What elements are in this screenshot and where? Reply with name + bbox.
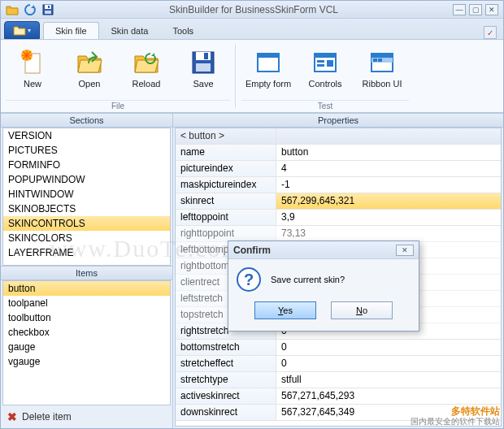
new-file-icon xyxy=(19,49,46,76)
sections-header: Sections xyxy=(1,113,172,128)
help-button[interactable]: ✓ xyxy=(484,26,497,39)
app-menu-button[interactable]: ▾ xyxy=(4,21,40,39)
sections-item[interactable]: VERSION xyxy=(3,128,170,143)
property-value[interactable]: 567,327,645,349 xyxy=(276,405,501,420)
items-header: Items xyxy=(1,266,172,280)
properties-header: Properties xyxy=(173,113,503,128)
open-button[interactable]: Open xyxy=(63,45,116,97)
property-row[interactable]: pictureindex4 xyxy=(176,161,501,177)
property-name: lefttoppoint xyxy=(176,210,276,225)
svg-rect-20 xyxy=(373,58,377,62)
folder-open-icon xyxy=(76,49,103,76)
ribbon-tabs: ▾ Skin file Skin data Tools ✓ xyxy=(1,19,503,40)
property-name: stretcheffect xyxy=(176,356,276,371)
ribbon-group-test: Empty form Controls Ribbon UI Test xyxy=(237,40,414,112)
items-list[interactable]: buttontoolpaneltoolbuttoncheckboxgaugevg… xyxy=(2,280,171,405)
svg-rect-3 xyxy=(45,11,51,14)
sections-item[interactable]: SKINCONTROLS xyxy=(3,216,170,231)
items-item[interactable]: toolpanel xyxy=(3,296,170,310)
property-row[interactable]: downskinrect567,327,645,349 xyxy=(176,405,501,421)
property-name: bottomstretch xyxy=(176,340,276,355)
save-icon[interactable] xyxy=(41,3,54,16)
left-pane: Sections VERSIONPICTURESFORMINFOPOPUPWIN… xyxy=(1,113,173,428)
new-button[interactable]: New xyxy=(6,45,59,97)
property-name: downskinrect xyxy=(176,405,276,420)
question-icon: ? xyxy=(237,267,261,292)
property-value[interactable]: 4 xyxy=(276,161,501,176)
items-item[interactable]: gauge xyxy=(3,340,170,354)
sections-item[interactable]: HINTWINDOW xyxy=(3,187,170,202)
property-row[interactable]: namebutton xyxy=(176,145,501,161)
items-item[interactable]: checkbox xyxy=(3,325,170,340)
chevron-down-icon: ▾ xyxy=(28,27,31,34)
svg-rect-7 xyxy=(196,52,211,60)
property-row[interactable]: activeskinrect567,271,645,293 xyxy=(176,388,501,405)
items-item[interactable]: vgauge xyxy=(3,354,170,369)
property-row[interactable]: righttoppoint73,13 xyxy=(176,226,501,242)
minimize-button[interactable]: — xyxy=(453,4,466,15)
folder-open-icon[interactable] xyxy=(6,3,19,16)
svg-rect-16 xyxy=(327,60,333,67)
tab-skin-file[interactable]: Skin file xyxy=(43,22,99,39)
ribbonui-button[interactable]: Ribbon UI xyxy=(355,45,409,97)
dialog-message: Save current skin? xyxy=(271,275,345,284)
sections-item[interactable]: SKINCOLORS xyxy=(3,231,170,245)
tab-tools[interactable]: Tools xyxy=(160,22,206,39)
confirm-dialog: Confirm ✕ ? Save current skin? Yes No xyxy=(228,240,419,332)
group-caption-file: File xyxy=(6,100,230,111)
svg-rect-15 xyxy=(317,64,324,67)
svg-rect-18 xyxy=(371,54,393,58)
tab-skin-data[interactable]: Skin data xyxy=(99,22,161,39)
svg-rect-14 xyxy=(317,60,324,63)
emptyform-button[interactable]: Empty form xyxy=(241,45,295,97)
main-window: SkinBuilder for BusinessSkinForm VCL — ▢… xyxy=(0,0,504,429)
items-item[interactable]: button xyxy=(3,281,170,296)
dialog-titlebar: Confirm ✕ xyxy=(228,241,419,259)
property-row[interactable]: skinrect567,299,645,321 xyxy=(176,193,501,210)
svg-rect-21 xyxy=(378,58,382,62)
property-value[interactable]: 73,13 xyxy=(276,226,501,241)
property-name: skinrect xyxy=(176,193,276,209)
property-value[interactable]: button xyxy=(276,145,501,160)
close-button[interactable]: ✕ xyxy=(485,4,498,15)
maximize-button[interactable]: ▢ xyxy=(469,4,482,15)
property-row[interactable]: stretcheffect0 xyxy=(176,356,501,372)
property-value[interactable]: 0 xyxy=(276,340,501,355)
group-caption-test: Test xyxy=(241,100,409,111)
property-row[interactable]: bottomstretch0 xyxy=(176,340,501,356)
dialog-title: Confirm xyxy=(233,245,271,256)
save-button[interactable]: Save xyxy=(176,45,230,97)
property-name: maskpictureindex xyxy=(176,177,276,193)
property-name: activeskinrect xyxy=(176,388,276,404)
property-value[interactable]: 3,9 xyxy=(276,210,501,225)
property-value[interactable]: 567,271,645,293 xyxy=(276,388,501,404)
refresh-icon[interactable] xyxy=(24,3,37,16)
property-row[interactable]: maskpictureindex-1 xyxy=(176,177,501,193)
svg-rect-9 xyxy=(196,63,211,72)
sections-item[interactable]: LAYERFRAME xyxy=(3,245,170,260)
property-name: pictureindex xyxy=(176,161,276,176)
delete-item-button[interactable]: ✖ Delete item xyxy=(1,405,172,428)
property-value[interactable]: -1 xyxy=(276,177,501,193)
no-button[interactable]: No xyxy=(331,301,393,319)
property-value[interactable]: 567,299,645,321 xyxy=(276,193,501,209)
sections-item[interactable]: FORMINFO xyxy=(3,158,170,172)
property-row[interactable]: lefttoppoint3,9 xyxy=(176,210,501,226)
reload-button[interactable]: Reload xyxy=(119,45,173,97)
folder-refresh-icon xyxy=(133,49,160,76)
property-value[interactable]: 0 xyxy=(276,356,501,371)
sections-item[interactable]: PICTURES xyxy=(3,143,170,158)
items-item[interactable]: toolbutton xyxy=(3,310,170,325)
sections-item[interactable]: POPUPWINDOW xyxy=(3,172,170,187)
dialog-close-button[interactable]: ✕ xyxy=(396,245,414,256)
yes-button[interactable]: Yes xyxy=(254,301,316,319)
sections-item[interactable]: SKINOBJECTS xyxy=(3,202,170,216)
quick-access-toolbar xyxy=(6,3,54,16)
empty-form-icon xyxy=(254,49,282,76)
prop-selector[interactable]: < button > xyxy=(176,128,276,144)
controls-icon xyxy=(311,49,339,76)
controls-button[interactable]: Controls xyxy=(298,45,352,97)
property-value[interactable]: stfull xyxy=(276,372,501,388)
sections-list[interactable]: VERSIONPICTURESFORMINFOPOPUPWINDOWHINTWI… xyxy=(2,128,171,266)
property-row[interactable]: stretchtypestfull xyxy=(176,372,501,388)
